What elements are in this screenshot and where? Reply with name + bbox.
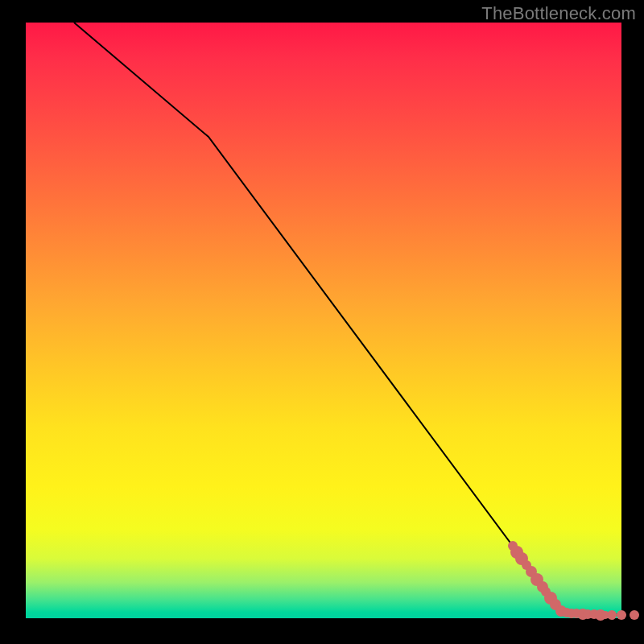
- scatter-dot: [617, 610, 626, 620]
- plot-area: [26, 23, 621, 618]
- scatter-dot: [630, 610, 639, 620]
- chart-svg: [26, 23, 621, 618]
- curve-line: [74, 23, 621, 615]
- chart-root: TheBottleneck.com: [0, 0, 644, 644]
- scatter-dot: [607, 610, 617, 620]
- scatter-group: [508, 541, 639, 621]
- watermark-text: TheBottleneck.com: [481, 3, 636, 24]
